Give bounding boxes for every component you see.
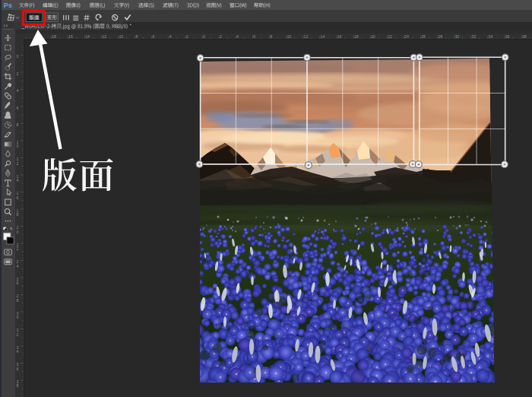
svg-text:22: 22 — [388, 34, 392, 39]
svg-text:14: 14 — [321, 34, 325, 39]
svg-text:6: 6 — [253, 34, 255, 39]
svg-text:34: 34 — [489, 34, 493, 39]
svg-text:26: 26 — [421, 34, 426, 39]
svg-text:28: 28 — [438, 34, 442, 39]
svg-text:0: 0 — [17, 315, 19, 319]
svg-text:6: 6 — [17, 195, 19, 200]
svg-text:38: 38 — [522, 34, 527, 39]
svg-text:4: 4 — [236, 34, 239, 39]
svg-text:6: 6 — [17, 281, 19, 285]
svg-text:8: 8 — [17, 122, 19, 127]
svg-text:24: 24 — [404, 34, 409, 39]
svg-text:4: 4 — [17, 264, 19, 268]
svg-text:12: 12 — [102, 34, 106, 39]
svg-text:2: 2 — [220, 34, 222, 39]
svg-text:6: 6 — [153, 34, 155, 39]
svg-text:2: 2 — [17, 71, 19, 76]
svg-text:0: 0 — [17, 230, 19, 234]
svg-text:14: 14 — [85, 34, 90, 39]
svg-text:2: 2 — [186, 34, 188, 39]
svg-text:10: 10 — [119, 34, 123, 39]
svg-text:16: 16 — [337, 34, 342, 39]
svg-text:6: 6 — [17, 106, 19, 110]
svg-text:20: 20 — [371, 34, 375, 39]
svg-text:8: 8 — [270, 34, 272, 39]
svg-text:18: 18 — [52, 34, 56, 39]
svg-text:12: 12 — [304, 34, 309, 39]
svg-text:2: 2 — [17, 246, 19, 251]
svg-text:0: 0 — [17, 144, 19, 148]
svg-text:8: 8 — [17, 298, 19, 303]
svg-text:4: 4 — [17, 178, 19, 183]
svg-text:2: 2 — [17, 332, 19, 337]
svg-text:8: 8 — [17, 212, 19, 217]
svg-text:4: 4 — [17, 349, 19, 354]
svg-text:6: 6 — [17, 367, 19, 371]
svg-text:10: 10 — [287, 34, 291, 39]
svg-text:30: 30 — [454, 34, 459, 39]
svg-text:32: 32 — [472, 34, 477, 39]
svg-text:8: 8 — [136, 34, 138, 39]
svg-text:0: 0 — [17, 54, 19, 59]
svg-text:4: 4 — [169, 34, 172, 39]
svg-text:Ps: Ps — [4, 2, 12, 9]
svg-text:8: 8 — [17, 383, 19, 388]
svg-text:2: 2 — [17, 161, 19, 166]
svg-text:0: 0 — [203, 34, 205, 39]
svg-text:4: 4 — [17, 88, 19, 93]
svg-text:36: 36 — [505, 34, 510, 39]
svg-text:18: 18 — [354, 34, 359, 39]
svg-text:16: 16 — [68, 34, 73, 39]
